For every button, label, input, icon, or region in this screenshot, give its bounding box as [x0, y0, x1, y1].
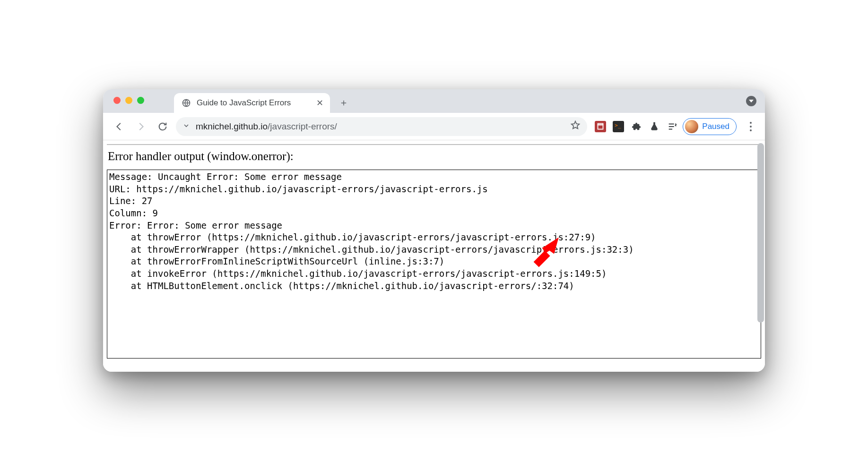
address-bar[interactable]: mknichel.github.io/javascript-errors/ [176, 117, 587, 136]
svg-rect-1 [598, 125, 603, 129]
forward-button[interactable] [132, 118, 149, 135]
reading-list-icon[interactable] [667, 121, 678, 132]
extension-icons [595, 121, 678, 132]
labs-flask-icon[interactable] [649, 121, 660, 132]
url-path: /javascript-errors/ [268, 121, 337, 131]
zoom-window-button[interactable] [137, 97, 144, 104]
back-button[interactable] [111, 118, 128, 135]
globe-icon [182, 98, 191, 108]
toolbar: mknichel.github.io/javascript-errors/ [103, 113, 765, 140]
extension-icon-2[interactable] [613, 121, 624, 132]
extensions-puzzle-icon[interactable] [631, 121, 642, 132]
vertical-scrollbar[interactable] [757, 143, 764, 369]
bookmark-star-icon[interactable] [570, 120, 581, 133]
browser-window: Guide to JavaScript Errors ✕ [103, 89, 765, 372]
tab-title: Guide to JavaScript Errors [197, 98, 311, 108]
extension-icon-1[interactable] [595, 121, 606, 132]
search-tabs-button[interactable] [746, 96, 756, 106]
divider [107, 144, 761, 145]
reload-button[interactable] [154, 118, 171, 135]
profile-status: Paused [702, 122, 729, 131]
section-heading: Error handler output (window.onerror): [108, 150, 761, 163]
minimize-window-button[interactable] [125, 97, 132, 104]
close-window-button[interactable] [113, 97, 121, 104]
url-host: mknichel.github.io [196, 121, 268, 131]
svg-rect-2 [598, 123, 603, 125]
profile-avatar [685, 120, 698, 133]
browser-tab[interactable]: Guide to JavaScript Errors ✕ [174, 93, 330, 113]
scrollbar-thumb[interactable] [757, 143, 764, 323]
chrome-menu-button[interactable] [744, 122, 757, 131]
profile-paused-chip[interactable]: Paused [683, 118, 737, 135]
page-content: Error handler output (window.onerror): M… [103, 140, 765, 372]
close-tab-button[interactable]: ✕ [316, 99, 323, 107]
site-info-button[interactable] [182, 121, 190, 132]
error-output-box: Message: Uncaught Error: Some error mess… [107, 170, 761, 359]
url-text: mknichel.github.io/javascript-errors/ [196, 121, 337, 132]
new-tab-button[interactable] [336, 95, 352, 111]
window-controls [113, 97, 144, 104]
tabstrip: Guide to JavaScript Errors ✕ [103, 89, 765, 113]
